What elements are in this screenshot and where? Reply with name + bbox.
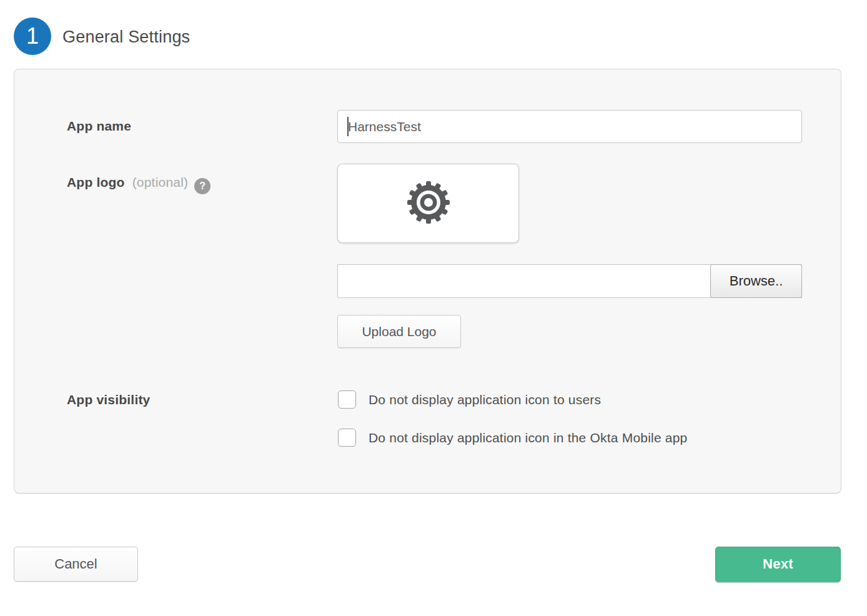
app-visibility-label: App visibility xyxy=(67,392,151,407)
help-icon[interactable]: ? xyxy=(194,178,211,194)
logo-file-chooser: Browse.. xyxy=(337,264,802,298)
step-number: 1 xyxy=(26,23,39,49)
checkbox-hide-icon-mobile[interactable] xyxy=(338,429,356,447)
cancel-button[interactable]: Cancel xyxy=(14,547,138,582)
app-name-label: App name xyxy=(67,119,131,134)
checkbox-hide-icon-users-label[interactable]: Do not display application icon to users xyxy=(369,392,601,407)
general-settings-screen: 1 General Settings App name App logo (op… xyxy=(0,0,867,616)
page-title: General Settings xyxy=(62,27,190,47)
step-number-badge: 1 xyxy=(14,17,51,55)
upload-logo-button[interactable]: Upload Logo xyxy=(337,315,461,348)
gear-icon xyxy=(405,179,452,228)
app-logo-label-text: App logo xyxy=(67,175,125,189)
app-logo-optional-note: (optional) xyxy=(129,175,189,189)
next-button[interactable]: Next xyxy=(715,547,841,582)
text-cursor xyxy=(347,117,349,136)
app-logo-label: App logo (optional)? xyxy=(67,175,211,194)
app-name-input[interactable] xyxy=(337,110,802,143)
checkbox-hide-icon-mobile-label[interactable]: Do not display application icon in the O… xyxy=(369,430,687,445)
app-logo-preview xyxy=(337,164,519,243)
checkbox-hide-icon-users[interactable] xyxy=(338,390,356,409)
browse-button[interactable]: Browse.. xyxy=(710,264,802,298)
